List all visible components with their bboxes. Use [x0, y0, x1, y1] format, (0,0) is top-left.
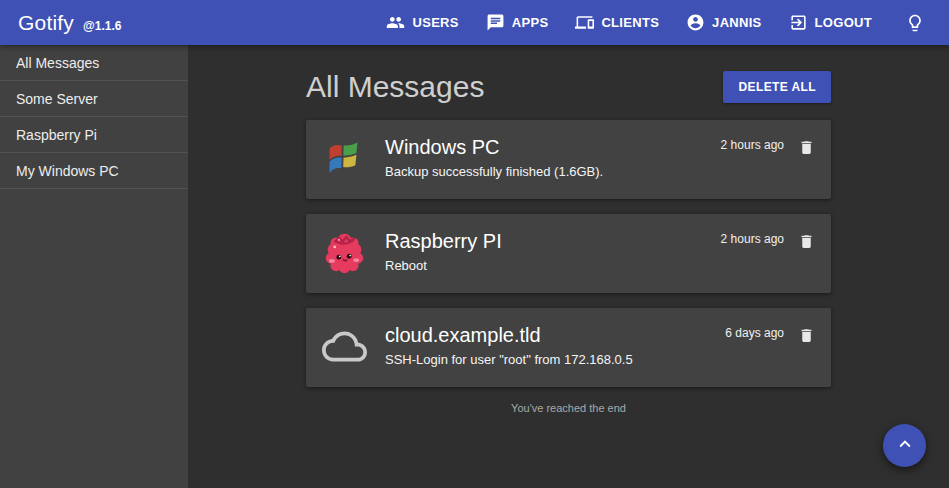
- chevron-up-icon: [894, 433, 916, 458]
- trash-icon: [798, 333, 815, 348]
- raspberry-icon: [322, 230, 367, 275]
- scroll-to-top-button[interactable]: [883, 424, 926, 467]
- cloud-icon: [322, 324, 367, 369]
- delete-all-button[interactable]: DELETE ALL: [723, 71, 831, 103]
- message-title: cloud.example.tld: [385, 324, 725, 347]
- message-body: Backup successfully finished (1.6GB).: [385, 164, 721, 179]
- delete-message-button[interactable]: [798, 232, 815, 254]
- end-of-list-text: You've reached the end: [306, 402, 831, 414]
- nav-clients-label: CLIENTS: [601, 15, 659, 30]
- sidebar-item-raspberry-pi[interactable]: Raspberry Pi: [0, 117, 188, 153]
- app-version: @1.1.6: [83, 19, 121, 33]
- nav-users[interactable]: USERS: [386, 13, 458, 32]
- users-icon: [386, 13, 405, 32]
- sidebar-item-my-windows-pc[interactable]: My Windows PC: [0, 153, 188, 189]
- nav-user-label: JANNIS: [712, 15, 761, 30]
- delete-message-button[interactable]: [798, 326, 815, 348]
- message-title: Raspberry PI: [385, 230, 721, 253]
- sidebar-item-label: Some Server: [16, 91, 98, 107]
- message-card-cloud: cloud.example.tld SSH-Login for user "ro…: [306, 308, 831, 387]
- message-body: Reboot: [385, 258, 721, 273]
- nav-apps-label: APPS: [512, 15, 549, 30]
- sidebar-item-label: All Messages: [16, 55, 99, 71]
- trash-icon: [798, 145, 815, 160]
- main-content: All Messages DELETE ALL Windows PC Backu…: [188, 45, 949, 488]
- nav-users-label: USERS: [412, 15, 458, 30]
- logout-icon: [789, 13, 808, 32]
- lightbulb-icon: [905, 13, 925, 33]
- app-bar: Gotify @1.1.6 USERS APPS CLIENTS JANNIS: [0, 0, 949, 45]
- trash-icon: [798, 239, 815, 254]
- nav-clients[interactable]: CLIENTS: [575, 13, 659, 32]
- chat-icon: [486, 13, 505, 32]
- nav-logout-label: LOGOUT: [815, 15, 872, 30]
- message-card-windows-pc: Windows PC Backup successfully finished …: [306, 120, 831, 199]
- header-nav: USERS APPS CLIENTS JANNIS LOGOUT: [386, 13, 925, 33]
- devices-icon: [575, 13, 594, 32]
- brand: Gotify @1.1.6: [18, 11, 121, 35]
- nav-apps[interactable]: APPS: [486, 13, 549, 32]
- nav-user-jannis[interactable]: JANNIS: [686, 13, 761, 32]
- message-body: SSH-Login for user "root" from 172.168.0…: [385, 352, 725, 367]
- delete-message-button[interactable]: [798, 138, 815, 160]
- message-timestamp: 6 days ago: [725, 326, 784, 340]
- message-timestamp: 2 hours ago: [721, 138, 784, 152]
- sidebar: All Messages Some Server Raspberry Pi My…: [0, 45, 188, 488]
- account-circle-icon: [686, 13, 705, 32]
- sidebar-item-label: My Windows PC: [16, 163, 119, 179]
- app-title: Gotify: [18, 11, 74, 35]
- theme-toggle-button[interactable]: [905, 13, 925, 33]
- windows-logo-icon: [322, 136, 367, 181]
- message-timestamp: 2 hours ago: [721, 232, 784, 246]
- sidebar-item-label: Raspberry Pi: [16, 127, 97, 143]
- message-title: Windows PC: [385, 136, 721, 159]
- nav-logout[interactable]: LOGOUT: [789, 13, 872, 32]
- sidebar-item-some-server[interactable]: Some Server: [0, 81, 188, 117]
- page-title: All Messages: [306, 72, 484, 102]
- sidebar-item-all-messages[interactable]: All Messages: [0, 45, 188, 81]
- message-card-raspberry-pi: Raspberry PI Reboot 2 hours ago: [306, 214, 831, 293]
